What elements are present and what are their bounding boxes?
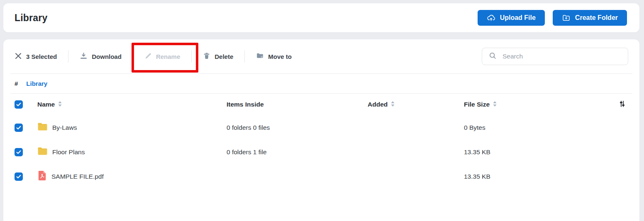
search-input[interactable]	[503, 53, 621, 60]
rename-label: Rename	[156, 53, 180, 60]
column-header-added[interactable]: Added	[368, 101, 464, 109]
items-inside-cell: 0 folders 0 files	[227, 124, 368, 131]
file-size-cell: 13.35 KB	[464, 148, 609, 156]
selected-count-label: 3 Selected	[26, 53, 57, 60]
search-box	[482, 48, 628, 65]
create-folder-label: Create Folder	[575, 14, 618, 22]
folder-plus-icon	[562, 14, 571, 22]
breadcrumb: # Library	[10, 74, 632, 94]
table-row[interactable]: By-Laws 0 folders 0 files 0 Bytes	[3, 115, 639, 140]
toolbar-divider	[191, 50, 192, 63]
table-header-row: Name Items Inside Added File Size	[3, 94, 639, 115]
sort-arrows-icon	[390, 101, 395, 109]
create-folder-button[interactable]: Create Folder	[553, 10, 627, 26]
page-title: Library	[15, 12, 47, 24]
view-settings-button[interactable]	[617, 99, 627, 110]
pencil-icon	[144, 52, 152, 61]
download-label: Download	[92, 53, 122, 60]
trash-icon	[203, 52, 210, 61]
select-all-checkbox[interactable]	[15, 100, 23, 109]
column-header-items-inside: Items Inside	[227, 101, 368, 108]
folder-move-icon	[256, 52, 264, 61]
delete-label: Delete	[215, 53, 233, 60]
column-header-name[interactable]: Name	[37, 101, 227, 109]
sliders-icon	[618, 103, 626, 109]
page-header: Library Upload File Create Folder	[3, 3, 639, 32]
table-row[interactable]: SAMPLE FILE.pdf 13.35 KB	[3, 164, 639, 189]
search-icon	[489, 52, 497, 61]
table-row[interactable]: Floor Plans 0 folders 1 file 13.35 KB	[3, 140, 639, 164]
delete-button[interactable]: Delete	[203, 52, 233, 61]
folder-icon	[37, 146, 48, 158]
file-name[interactable]: Floor Plans	[52, 148, 85, 156]
file-name[interactable]: By-Laws	[52, 124, 77, 131]
file-name[interactable]: SAMPLE FILE.pdf	[51, 173, 104, 180]
move-to-button[interactable]: Move to	[256, 52, 292, 61]
breadcrumb-root-hash: #	[15, 80, 18, 87]
x-icon	[15, 52, 22, 61]
upload-file-label: Upload File	[500, 14, 536, 22]
toolbar-divider	[68, 50, 68, 63]
row-checkbox[interactable]	[15, 148, 23, 156]
folder-icon	[37, 122, 48, 133]
breadcrumb-library-link[interactable]: Library	[26, 80, 47, 87]
row-checkbox[interactable]	[15, 124, 23, 132]
toolbar-divider	[244, 50, 245, 63]
upload-file-button[interactable]: Upload File	[478, 10, 545, 26]
row-checkbox[interactable]	[15, 172, 23, 181]
download-button[interactable]: Download	[80, 52, 122, 61]
cloud-upload-icon	[487, 14, 495, 22]
items-inside-cell: 0 folders 1 file	[227, 148, 368, 156]
move-to-label: Move to	[268, 53, 292, 60]
download-icon	[80, 52, 88, 61]
sort-arrows-icon	[493, 101, 497, 109]
library-panel: 3 Selected Download Rename	[3, 39, 639, 221]
selection-toolbar: 3 Selected Download Rename	[10, 39, 632, 74]
file-size-cell: 13.35 KB	[464, 173, 609, 180]
rename-button[interactable]: Rename	[144, 52, 180, 61]
sort-arrows-icon	[58, 101, 62, 109]
column-header-file-size[interactable]: File Size	[464, 101, 609, 109]
clear-selection-button[interactable]: 3 Selected	[15, 52, 57, 61]
header-actions: Upload File Create Folder	[478, 10, 627, 26]
file-size-cell: 0 Bytes	[464, 124, 609, 131]
toolbar-divider	[133, 50, 133, 63]
pdf-file-icon	[37, 170, 47, 182]
